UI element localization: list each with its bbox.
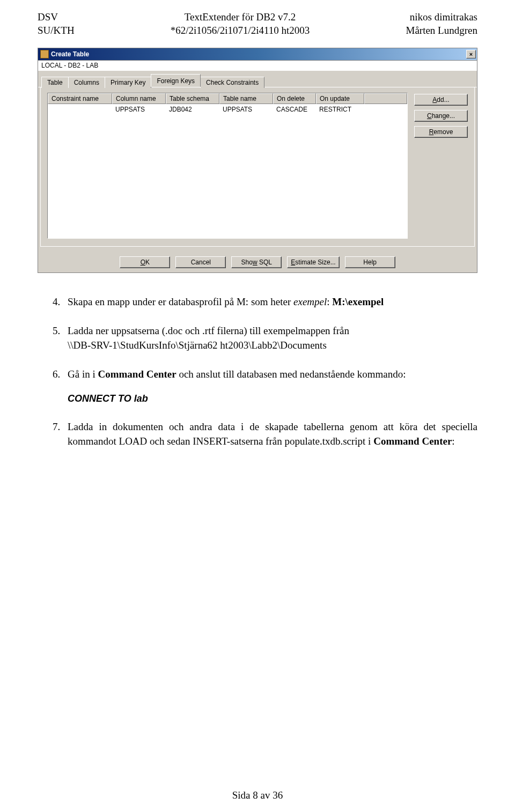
app-icon bbox=[40, 50, 49, 58]
dialog-title: Create Table bbox=[51, 50, 466, 58]
add-button[interactable]: Add... bbox=[414, 94, 468, 106]
list-item-7: Ladda in dokumenten och andra data i de … bbox=[53, 419, 477, 449]
cell-on-delete: CASCADE bbox=[273, 104, 316, 115]
header-center: TextExtender för DB2 v7.2 *62/2i1056/2i1… bbox=[171, 11, 310, 37]
cell-table-name: UPPSATS bbox=[219, 104, 273, 115]
dialog-titlebar[interactable]: Create Table × bbox=[38, 48, 477, 60]
change-button[interactable]: Change... bbox=[414, 110, 468, 122]
tab-table[interactable]: Table bbox=[41, 77, 69, 88]
col-table-name[interactable]: Table name bbox=[219, 93, 273, 104]
remove-button[interactable]: Remove bbox=[414, 126, 468, 138]
header-center-1: TextExtender för DB2 v7.2 bbox=[185, 11, 296, 23]
foreign-keys-grid[interactable]: Constraint name Column name Table schema… bbox=[47, 93, 408, 239]
col-on-update[interactable]: On update bbox=[316, 93, 364, 104]
add-label: dd... bbox=[437, 96, 449, 104]
page-header: DSV SU/KTH TextExtender för DB2 v7.2 *62… bbox=[38, 11, 477, 37]
dialog-bottom-buttons: OK Cancel Show SQL Estimate Size... Help bbox=[38, 249, 477, 272]
tab-primary-key[interactable]: Primary Key bbox=[105, 77, 151, 88]
header-center-2: *62/2i1056/2i1071/2i4110 ht2003 bbox=[171, 25, 310, 36]
cell-on-update: RESTRICT bbox=[316, 104, 364, 115]
cancel-button[interactable]: Cancel bbox=[175, 256, 226, 268]
create-table-dialog: Create Table × LOCAL - DB2 - LAB Table C… bbox=[38, 48, 477, 273]
col-filler bbox=[364, 93, 407, 104]
list-item-4: Skapa en mapp under er databasprofil på … bbox=[53, 294, 477, 309]
page-footer: Sida 8 av 36 bbox=[0, 789, 515, 801]
remove-label: emove bbox=[433, 128, 453, 136]
tab-strip: Table Columns Primary Key Foreign Keys C… bbox=[38, 71, 477, 87]
col-table-schema[interactable]: Table schema bbox=[166, 93, 219, 104]
estimate-size-button[interactable]: Estimate Size... bbox=[287, 256, 339, 268]
cell-column-name: UPPSATS bbox=[112, 104, 166, 115]
header-left-1: DSV bbox=[38, 11, 58, 23]
show-sql-button[interactable]: Show SQL bbox=[231, 256, 282, 268]
tab-columns[interactable]: Columns bbox=[68, 77, 105, 88]
tab-foreign-keys[interactable]: Foreign Keys bbox=[151, 74, 201, 87]
list-item-6: Gå in i Command Center och anslut till d… bbox=[53, 367, 477, 405]
col-constraint-name[interactable]: Constraint name bbox=[48, 93, 112, 104]
col-on-delete[interactable]: On delete bbox=[273, 93, 316, 104]
cell-constraint-name bbox=[48, 104, 112, 115]
tab-body: Constraint name Column name Table schema… bbox=[40, 87, 475, 247]
cell-table-schema: JDB042 bbox=[166, 104, 219, 115]
help-button[interactable]: Help bbox=[345, 256, 395, 268]
grid-header: Constraint name Column name Table schema… bbox=[48, 93, 407, 104]
ok-button[interactable]: OK bbox=[120, 256, 170, 268]
header-right: nikos dimitrakas Mårten Lundgren bbox=[406, 11, 477, 37]
table-row[interactable]: UPPSATS JDB042 UPPSATS CASCADE RESTRICT bbox=[48, 104, 407, 115]
header-right-2: Mårten Lundgren bbox=[406, 25, 477, 36]
header-left-2: SU/KTH bbox=[38, 25, 75, 36]
header-left: DSV SU/KTH bbox=[38, 11, 75, 37]
tab-check-constraints[interactable]: Check Constraints bbox=[200, 77, 264, 88]
side-buttons: Add... Change... Remove bbox=[414, 93, 468, 239]
close-icon[interactable]: × bbox=[466, 50, 476, 58]
document-body: Skapa en mapp under er databasprofil på … bbox=[38, 294, 477, 448]
change-label: hange... bbox=[432, 112, 455, 120]
col-column-name[interactable]: Column name bbox=[112, 93, 166, 104]
connect-command: CONNECT TO lab bbox=[68, 392, 477, 405]
list-item-5: Ladda ner uppsatserna (.doc och .rtf fil… bbox=[53, 323, 477, 353]
header-right-1: nikos dimitrakas bbox=[410, 11, 477, 23]
dialog-path: LOCAL - DB2 - LAB bbox=[38, 60, 477, 71]
